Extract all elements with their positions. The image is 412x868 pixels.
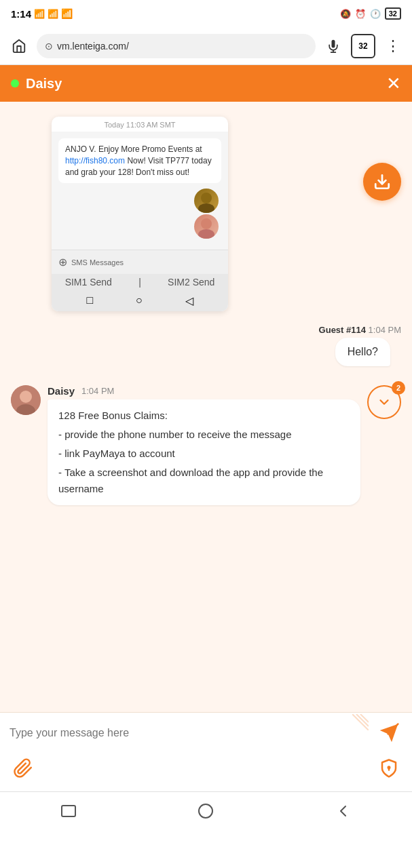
bottom-navigation <box>0 791 412 829</box>
agent-message-row: Daisy 1:04 PM 128 Free Bonus Claims: - p… <box>0 380 412 512</box>
url-bar[interactable]: ⊙ vm.lenteiga.com/ <box>37 34 316 58</box>
sms-link: http://fish80.com <box>65 156 125 165</box>
svg-point-3 <box>198 203 214 213</box>
screenshot-inner: ANJO V. Enjoy More Promo Events at http:… <box>52 132 228 250</box>
svg-rect-17 <box>62 806 75 816</box>
sms-bubble: ANJO V. Enjoy More Promo Events at http:… <box>58 138 221 183</box>
agent-line1: 128 Free Bonus Claims: <box>58 408 350 424</box>
svg-line-12 <box>360 714 369 722</box>
agent-meta: Daisy 1:04 PM <box>48 385 360 397</box>
wifi-icon: 📶 <box>61 8 73 19</box>
battery-indicator: 32 <box>385 7 401 20</box>
browser-bar: ⊙ vm.lenteiga.com/ 32 ⋮ <box>0 27 412 65</box>
url-text: vm.lenteiga.com/ <box>57 41 129 52</box>
chat-header-left: Daisy <box>11 76 62 92</box>
clock-icon: 🕐 <box>370 9 381 19</box>
nav-back-icon: ◁ <box>185 294 193 307</box>
home-button[interactable] <box>7 34 31 58</box>
url-security-icon: ⊙ <box>45 41 53 52</box>
vibrate-icon: 🔕 <box>340 9 351 19</box>
nav-square-icon: □ <box>86 294 93 307</box>
guest-meta: Guest #114 1:04 PM <box>0 317 412 338</box>
screenshot-footer: ⊕ SMS Messages <box>52 250 228 274</box>
svg-point-4 <box>201 218 212 229</box>
download-button[interactable] <box>363 163 401 201</box>
screenshot-timestamp: Today 11:03 AM SMT <box>52 117 228 132</box>
microphone-button[interactable] <box>321 34 345 58</box>
signal-icon-1: 📶 <box>34 9 45 19</box>
svg-point-8 <box>20 391 32 403</box>
guest-bubble: Hello? <box>335 338 390 366</box>
screenshot-card: Today 11:03 AM SMT ANJO V. Enjoy More Pr… <box>52 117 228 311</box>
svg-line-10 <box>352 714 369 730</box>
chat-body: Today 11:03 AM SMT ANJO V. Enjoy More Pr… <box>0 102 412 712</box>
agent-line3: - link PayMaya to account <box>58 446 350 462</box>
agent-message-time: 1:04 PM <box>81 386 114 396</box>
input-area <box>0 712 412 791</box>
nav-home-button[interactable] <box>189 797 223 825</box>
avatar-woman <box>194 214 219 239</box>
avatar-brown <box>194 189 219 213</box>
attach-button[interactable] <box>10 755 37 782</box>
guest-message-time: 1:04 PM <box>369 325 401 335</box>
agent-line4: - Take a screenshot and download the app… <box>58 465 350 497</box>
agent-bubble: 128 Free Bonus Claims: - provide the pho… <box>48 399 360 505</box>
send-button[interactable] <box>375 719 402 747</box>
nav-circle-icon: ○ <box>136 294 143 307</box>
nav-back-button[interactable] <box>326 797 360 825</box>
agent-content: Daisy 1:04 PM 128 Free Bonus Claims: - p… <box>48 385 360 505</box>
tabs-count: 32 <box>358 41 367 51</box>
unread-count-badge: 2 <box>392 381 405 395</box>
svg-point-18 <box>199 804 212 818</box>
scroll-to-bottom-badge[interactable]: 2 <box>367 385 401 419</box>
signal-icon-2: 📶 <box>48 9 58 19</box>
screenshot-avatars <box>58 189 221 239</box>
alarm-icon: ⏰ <box>355 9 366 19</box>
screenshot-nav: SIM1 Send | SIM2 Send <box>52 274 228 290</box>
agent-line2: - provide the phone number to receive th… <box>58 427 350 443</box>
svg-marker-14 <box>380 724 398 743</box>
guest-message-row: Hello? <box>0 338 412 380</box>
chat-header: Daisy ✕ <box>0 65 412 102</box>
time-display: 1:14 <box>11 8 31 20</box>
input-actions <box>10 752 402 785</box>
online-status-dot <box>11 79 19 87</box>
svg-point-2 <box>201 193 212 203</box>
agent-avatar <box>11 385 41 415</box>
agent-display-name: Daisy <box>48 385 75 397</box>
security-button[interactable] <box>375 755 402 782</box>
message-input-row <box>10 719 402 747</box>
browser-menu-button[interactable]: ⋮ <box>381 34 405 58</box>
close-chat-button[interactable]: ✕ <box>386 73 401 94</box>
nav-recent-button[interactable] <box>52 797 86 825</box>
guest-sender-name: Guest #114 <box>319 325 366 335</box>
guest-message-text: Hello? <box>348 346 378 357</box>
svg-point-5 <box>198 229 214 239</box>
tabs-button[interactable]: 32 <box>351 34 375 58</box>
status-bar: 1:14 📶 📶 📶 🔕 ⏰ 🕐 32 <box>0 0 412 27</box>
status-right: 🔕 ⏰ 🕐 32 <box>340 7 401 20</box>
message-input[interactable] <box>10 727 370 739</box>
status-left: 1:14 📶 📶 📶 <box>11 8 73 20</box>
agent-name-header: Daisy <box>26 76 62 92</box>
